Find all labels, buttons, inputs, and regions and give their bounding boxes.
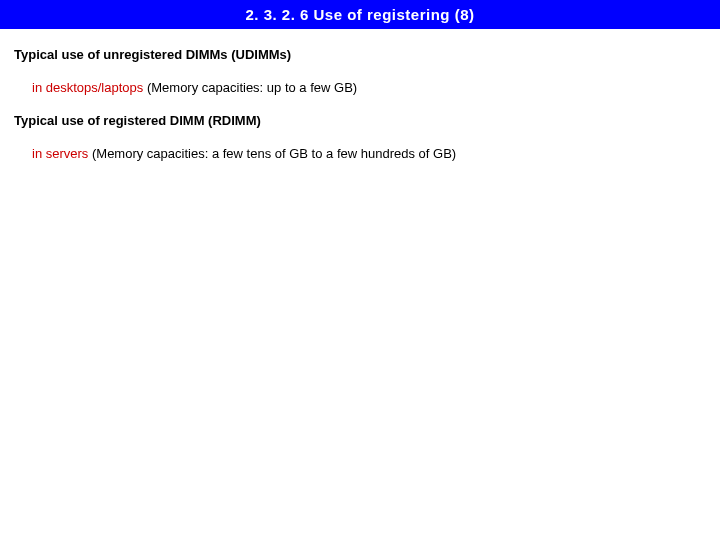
section-1-red: in desktops/laptops [32,80,143,95]
slide-content: Typical use of unregistered DIMMs (UDIMM… [0,29,720,197]
section-2-line: in servers (Memory capacities: a few ten… [14,146,706,161]
section-2-red: in servers [32,146,92,161]
section-1-line: in desktops/laptops (Memory capacities: … [14,80,706,95]
section-2-heading: Typical use of registered DIMM (RDIMM) [14,113,706,128]
section-1-black: (Memory capacities: up to a few GB) [143,80,357,95]
section-1-heading: Typical use of unregistered DIMMs (UDIMM… [14,47,706,62]
slide-title: 2. 3. 2. 6 Use of registering (8) [245,6,474,23]
title-bar: 2. 3. 2. 6 Use of registering (8) [0,0,720,29]
section-2-black: (Memory capacities: a few tens of GB to … [92,146,456,161]
